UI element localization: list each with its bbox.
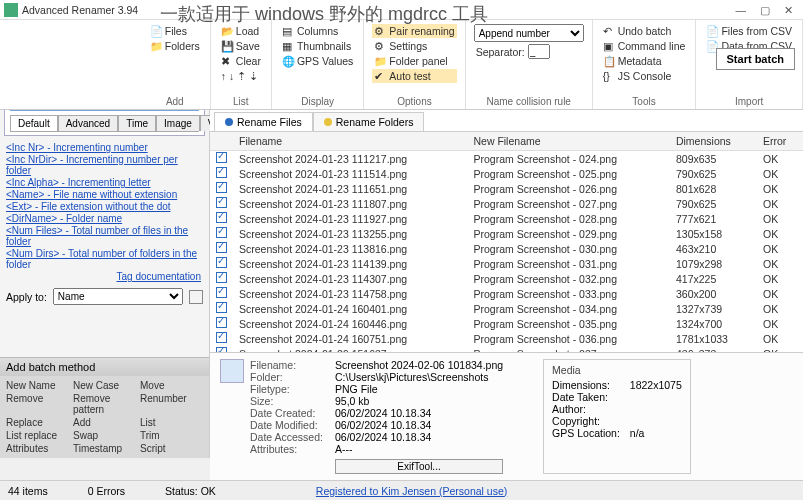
row-checkbox[interactable]	[216, 317, 227, 328]
table-row[interactable]: Screenshot 2024-01-23 113255.pngProgram …	[210, 226, 803, 241]
row-checkbox[interactable]	[216, 302, 227, 313]
tag-documentation-link[interactable]: Tag documentation	[116, 271, 201, 282]
row-checkbox[interactable]	[216, 167, 227, 178]
detail-created: 06/02/2024 10.18.34	[335, 407, 503, 419]
tag-link[interactable]: <Inc NrDir> - Incrementing number per fo…	[6, 154, 203, 176]
detail-accessed: 06/02/2024 10.18.34	[335, 431, 503, 443]
detail-folder: C:\Users\kj\Pictures\Screenshots	[335, 371, 503, 383]
auto-test-button[interactable]: ✔Auto test	[372, 69, 456, 83]
tab-time[interactable]: Time	[118, 115, 156, 131]
pair-renaming-button[interactable]: ⚙Pair renaming	[372, 24, 456, 38]
file-table-wrap[interactable]: Filename New Filename Dimensions Error S…	[210, 132, 803, 352]
js-console-button[interactable]: {}JS Console	[601, 69, 688, 83]
csv-files-icon: 📄	[706, 25, 718, 37]
table-row[interactable]: Screenshot 2024-01-23 111927.pngProgram …	[210, 211, 803, 226]
tab-rename-folders[interactable]: Rename Folders	[313, 112, 425, 131]
add-method-item[interactable]: Script	[140, 443, 203, 454]
add-method-item[interactable]: Attributes	[6, 443, 69, 454]
row-checkbox[interactable]	[216, 332, 227, 343]
apply-select[interactable]: Name	[53, 288, 183, 305]
col-filename[interactable]: Filename	[233, 132, 467, 151]
row-checkbox[interactable]	[216, 287, 227, 298]
thumbnail-icon	[220, 359, 244, 383]
add-method-item[interactable]: Swap	[73, 430, 136, 441]
color-picker-icon[interactable]	[189, 290, 203, 304]
add-method-item[interactable]: Timestamp	[73, 443, 136, 454]
row-checkbox[interactable]	[216, 242, 227, 253]
table-row[interactable]: Screenshot 2024-01-24 160401.pngProgram …	[210, 301, 803, 316]
add-method-item[interactable]: Renumber	[140, 393, 203, 415]
row-checkbox[interactable]	[216, 197, 227, 208]
collision-rule-select[interactable]: Append number	[474, 24, 584, 42]
table-row[interactable]: Screenshot 2024-01-23 114307.pngProgram …	[210, 271, 803, 286]
add-method-item[interactable]: Remove	[6, 393, 69, 415]
display-columns-button[interactable]: ▤Columns	[280, 24, 355, 38]
col-new-filename[interactable]: New Filename	[467, 132, 670, 151]
list-save-button[interactable]: 💾Save	[219, 39, 263, 53]
display-gps-button[interactable]: 🌐GPS Values	[280, 54, 355, 68]
row-checkbox[interactable]	[216, 347, 227, 352]
tab-image[interactable]: Image	[156, 115, 200, 131]
separator-input[interactable]	[528, 44, 550, 59]
add-method-item[interactable]: Trim	[140, 430, 203, 441]
maximize-button[interactable]: ▢	[760, 4, 770, 16]
list-clear-button[interactable]: ✖Clear	[219, 54, 263, 68]
row-checkbox[interactable]	[216, 227, 227, 238]
close-button[interactable]: ✕	[784, 4, 793, 16]
folder-panel-button[interactable]: 📁Folder panel	[372, 54, 456, 68]
list-load-button[interactable]: 📂Load	[219, 24, 263, 38]
table-row[interactable]: Screenshot 2024-01-23 114139.pngProgram …	[210, 256, 803, 271]
tag-link[interactable]: <Num Dirs> - Total number of folders in …	[6, 248, 203, 268]
row-checkbox[interactable]	[216, 182, 227, 193]
metadata-icon: 📋	[603, 55, 615, 67]
undo-batch-button[interactable]: ↶Undo batch	[601, 24, 688, 38]
add-method-item[interactable]: List	[140, 417, 203, 428]
tag-list: <Inc Nr> - Incrementing number<Inc NrDir…	[0, 138, 209, 268]
start-batch-button[interactable]: Start batch	[716, 48, 795, 70]
col-dimensions[interactable]: Dimensions	[670, 132, 757, 151]
table-row[interactable]: Screenshot 2024-01-23 111807.pngProgram …	[210, 196, 803, 211]
row-checkbox[interactable]	[216, 272, 227, 283]
col-error[interactable]: Error	[757, 132, 803, 151]
table-row[interactable]: Screenshot 2024-01-23 111217.pngProgram …	[210, 151, 803, 167]
table-row[interactable]: Screenshot 2024-01-23 111514.pngProgram …	[210, 166, 803, 181]
add-method-item[interactable]: Replace	[6, 417, 69, 428]
settings-button[interactable]: ⚙Settings	[372, 39, 456, 53]
tag-link[interactable]: <DirName> - Folder name	[6, 213, 203, 224]
table-row[interactable]: Screenshot 2024-01-23 114758.pngProgram …	[210, 286, 803, 301]
add-method-item[interactable]: Remove pattern	[73, 393, 136, 415]
add-method-item[interactable]: List replace	[6, 430, 69, 441]
sort-arrows[interactable]: ↑ ↓ ⇡ ⇣	[219, 69, 263, 83]
metadata-button[interactable]: 📋Metadata	[601, 54, 688, 68]
files-from-csv-button[interactable]: 📄Files from CSV	[704, 24, 794, 38]
registration-link[interactable]: Registered to Kim Jensen (Personal use)	[316, 485, 507, 497]
row-checkbox[interactable]	[216, 212, 227, 223]
add-method-item[interactable]: Add	[73, 417, 136, 428]
tab-advanced[interactable]: Advanced	[58, 115, 118, 131]
window-controls: — ▢ ✕	[736, 4, 794, 16]
tag-link[interactable]: <Inc Nr> - Incrementing number	[6, 142, 203, 153]
tab-rename-files[interactable]: Rename Files	[214, 112, 313, 131]
tag-link[interactable]: <Name> - File name without extension	[6, 189, 203, 200]
add-method-item[interactable]: Move	[140, 380, 203, 391]
tag-link[interactable]: <Ext> - File extension without the dot	[6, 201, 203, 212]
add-method-item[interactable]: New Case	[73, 380, 136, 391]
table-row[interactable]: Screenshot 2024-01-23 113816.pngProgram …	[210, 241, 803, 256]
add-method-item[interactable]: New Name	[6, 380, 69, 391]
tab-default[interactable]: Default	[10, 115, 58, 131]
media-copyright	[630, 415, 682, 427]
add-folders-button[interactable]: 📁Folders	[148, 39, 202, 53]
row-checkbox[interactable]	[216, 152, 227, 163]
exif-tool-button[interactable]: ExifTool...	[335, 459, 503, 474]
tag-link[interactable]: <Num Files> - Total number of files in t…	[6, 225, 203, 247]
tag-link[interactable]: <Inc Alpha> - Incrementing letter	[6, 177, 203, 188]
table-row[interactable]: Screenshot 2024-01-24 160446.pngProgram …	[210, 316, 803, 331]
detail-size: 95,0 kb	[335, 395, 503, 407]
minimize-button[interactable]: —	[736, 4, 747, 16]
add-files-button[interactable]: 📄Files	[148, 24, 202, 38]
table-row[interactable]: Screenshot 2024-01-24 160751.pngProgram …	[210, 331, 803, 346]
command-line-button[interactable]: ▣Command line	[601, 39, 688, 53]
row-checkbox[interactable]	[216, 257, 227, 268]
table-row[interactable]: Screenshot 2024-01-23 111651.pngProgram …	[210, 181, 803, 196]
display-thumbnails-button[interactable]: ▦Thumbnails	[280, 39, 355, 53]
